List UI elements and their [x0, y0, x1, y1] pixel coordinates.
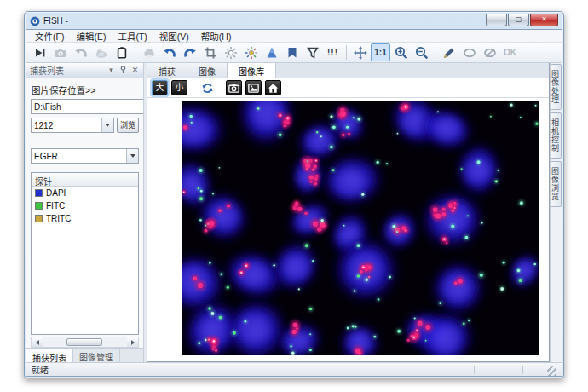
dapi-color-swatch	[35, 189, 43, 197]
horizontal-scrollbar[interactable]	[31, 337, 139, 348]
ok-label: OK	[504, 48, 516, 57]
folder-combo[interactable]: 1212	[31, 118, 114, 133]
menu-file[interactable]: 文件(F)	[30, 30, 69, 43]
minimize-button[interactable]: –	[486, 14, 507, 26]
tab-capture-list[interactable]: 捕获列表	[26, 349, 73, 362]
step-forward-icon	[33, 46, 47, 60]
probe-item-tritc[interactable]: TRITC	[32, 212, 138, 225]
export-image-button[interactable]	[245, 80, 262, 95]
actual-size-button[interactable]: 1:1	[371, 43, 390, 61]
new-document-button[interactable]	[112, 43, 131, 61]
panel-pin-icon[interactable]	[118, 66, 128, 75]
client-area: 文件(F) 编辑(E) 工具(T) 视图(V) 帮助(H) AF	[26, 29, 562, 377]
app-window: FISH - – ▢ ✕ 文件(F) 编辑(E) 工具(T) 视图(V) 帮助(…	[24, 11, 564, 378]
pin-icon	[119, 66, 127, 73]
tab-camera-control[interactable]: 相机控制	[551, 112, 562, 159]
threshold-cone-button[interactable]	[262, 43, 281, 61]
view-small-label: 小	[176, 84, 184, 92]
toolbar-separator	[435, 45, 435, 60]
capture-list-panel: 捕获列表 ▾ ✕ 图片保存位置>> ... 1212	[26, 63, 144, 362]
probe-list: 探针 DAPI FITC TRITC	[31, 172, 139, 335]
crop-icon	[204, 46, 217, 60]
warnings-label: !!!	[327, 48, 338, 57]
menu-tools[interactable]: 工具(T)	[112, 30, 152, 43]
view-large-button[interactable]: 大	[152, 80, 168, 95]
folder-combo-arrow[interactable]	[101, 118, 113, 132]
home-gallery-button[interactable]	[265, 80, 281, 95]
probe-item-fitc[interactable]: FITC	[32, 199, 138, 212]
close-button[interactable]: ✕	[530, 14, 558, 26]
crop-button[interactable]	[200, 43, 220, 61]
image-export-icon	[247, 82, 260, 95]
gene-combo-arrow[interactable]	[126, 149, 138, 163]
tab-image-management[interactable]: 图像管理	[73, 349, 120, 362]
camera-icon	[54, 46, 67, 60]
refresh-button[interactable]	[199, 80, 216, 95]
gene-combo[interactable]: EGFR	[31, 148, 139, 164]
scrollbar-thumb[interactable]	[66, 338, 102, 346]
confirm-ok-button[interactable]: OK	[500, 43, 520, 61]
chevron-down-icon	[130, 154, 135, 158]
tab-image-browse[interactable]: 图像浏览	[551, 161, 562, 207]
color-adjust-icon	[245, 46, 258, 60]
filter-funnel-button[interactable]	[303, 43, 322, 61]
refresh-icon	[201, 82, 214, 95]
panel-close-icon[interactable]: ✕	[130, 66, 140, 75]
undo-icon	[163, 46, 176, 60]
step-forward-button[interactable]	[30, 43, 49, 61]
erase-ellipse-button[interactable]	[480, 43, 499, 61]
main-document-area: 捕获 图像 图像库 大 小	[147, 63, 550, 362]
draw-ellipse-button[interactable]	[459, 43, 479, 61]
tab-image[interactable]: 图像	[187, 63, 228, 78]
ellipse-icon	[463, 46, 476, 60]
tab-capture[interactable]: 捕获	[147, 63, 187, 78]
move-icon	[354, 46, 367, 60]
brightness-button[interactable]	[221, 43, 240, 61]
scroll-left-button[interactable]	[32, 337, 43, 347]
maximize-button[interactable]: ▢	[508, 14, 529, 26]
status-separator	[522, 366, 523, 374]
menu-edit[interactable]: 编辑(E)	[71, 30, 111, 43]
ellipse-slash-icon	[483, 46, 497, 60]
probe-name: FITC	[46, 201, 65, 210]
bookmark-button[interactable]	[282, 43, 302, 61]
auto-focus-button[interactable]: AF	[91, 43, 111, 61]
save-path-input[interactable]	[31, 99, 143, 114]
app-icon	[30, 16, 40, 26]
tab-image-library[interactable]: 图像库	[228, 63, 276, 78]
window-title: FISH -	[43, 16, 68, 26]
zoom-in-button[interactable]	[391, 43, 411, 61]
capture-to-gallery-button[interactable]	[226, 80, 242, 95]
draw-pen-button[interactable]	[439, 43, 458, 61]
toolbar-separator	[346, 45, 347, 60]
browse-button[interactable]: 浏览	[117, 118, 139, 133]
capture-camera-button[interactable]	[50, 43, 70, 61]
zoom-out-button[interactable]	[412, 43, 431, 61]
tritc-color-swatch	[35, 215, 43, 222]
probe-item-dapi[interactable]: DAPI	[32, 187, 138, 199]
panel-title: 捕获列表	[30, 64, 104, 77]
home-icon	[267, 82, 280, 95]
pan-move-button[interactable]	[350, 43, 370, 61]
fluorescence-image-canvas[interactable]	[182, 101, 539, 355]
menu-help[interactable]: 帮助(H)	[196, 30, 237, 43]
view-small-button[interactable]: 小	[171, 80, 187, 95]
print-button[interactable]	[139, 43, 159, 61]
color-adjust-button[interactable]	[241, 43, 261, 61]
pen-icon	[442, 46, 456, 60]
scrollbar-track[interactable]	[43, 337, 127, 347]
zoom-out-icon	[415, 46, 429, 60]
undo-button[interactable]	[159, 43, 179, 61]
status-text: 就绪	[32, 363, 450, 376]
undo-disabled-button[interactable]	[71, 43, 90, 61]
scroll-right-button[interactable]	[127, 337, 138, 347]
document-tabs: 捕获 图像 图像库	[147, 63, 549, 78]
tab-image-processing[interactable]: 图像处理	[551, 64, 562, 110]
menu-view[interactable]: 视图(V)	[154, 30, 194, 43]
status-separator	[474, 366, 475, 374]
warnings-button[interactable]: !!!	[323, 43, 343, 61]
resize-grip[interactable]	[547, 366, 556, 376]
redo-button[interactable]	[180, 43, 199, 61]
panel-menu-chevron-icon[interactable]: ▾	[107, 66, 116, 75]
right-tab-strip: 图像处理 相机控制 图像浏览	[550, 63, 562, 362]
